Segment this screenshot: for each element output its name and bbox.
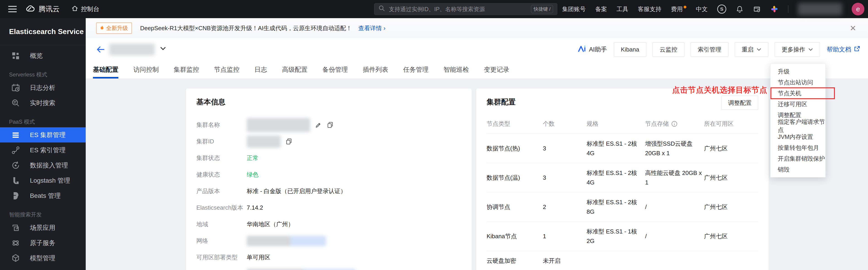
- info-row-cluster-id: 集群ID: [196, 133, 461, 150]
- adjust-config-button[interactable]: 调整配置: [721, 96, 758, 110]
- tab-node-monitor[interactable]: 节点监控: [214, 61, 240, 79]
- sidebar-item-beats-manage[interactable]: Beats 管理: [0, 188, 86, 203]
- sidebar-item-label: Logstash 管理: [30, 176, 70, 185]
- scene-app-icon: [11, 223, 21, 233]
- tab-backup-manage[interactable]: 备份管理: [322, 61, 348, 79]
- info-value: [247, 136, 292, 148]
- sidebar-item-log-analysis[interactable]: 日志分析: [0, 80, 86, 95]
- tab-change-log[interactable]: 变更记录: [484, 61, 509, 79]
- hamburger-menu-icon[interactable]: [8, 6, 17, 12]
- ai-icon: [578, 45, 586, 54]
- upgrade-badge: 全新升级: [96, 23, 132, 34]
- chevron-down-icon[interactable]: [160, 47, 166, 51]
- cluster-config-title: 集群配置: [487, 97, 516, 107]
- cell-node-storage: 高性能云硬盘 20GB x 1: [645, 168, 702, 187]
- tab-advanced-config[interactable]: 高级配置: [282, 61, 308, 79]
- cluster-list-icon: [11, 130, 21, 140]
- sidebar-item-logstash-manage[interactable]: Logstash 管理: [0, 173, 86, 188]
- header-actions: AI助手 Kibana云监控索引管理重启更多操作 帮助文档: [578, 42, 860, 57]
- menu-item-node-shutdown[interactable]: 节点关机: [771, 88, 825, 99]
- tab-smart-inspection[interactable]: 智能巡检: [443, 61, 469, 79]
- console-link[interactable]: 控制台: [71, 5, 99, 13]
- bell-icon[interactable]: [736, 5, 744, 13]
- cell-availability-zone: 广州七区: [704, 144, 758, 153]
- cell-count: 1: [543, 232, 585, 241]
- sidebar-item-data-ingest-manage[interactable]: 数据接入管理: [0, 158, 86, 173]
- menu-item-enable-destroy-protection[interactable]: 开启集群销毁保护: [771, 153, 825, 164]
- header-button-cloud-monitor[interactable]: 云监控: [653, 42, 684, 57]
- cell-node-type: 数据节点(热): [487, 144, 541, 153]
- cell-count: 未开启: [543, 256, 585, 266]
- menu-item-upgrade[interactable]: 升级: [771, 66, 825, 77]
- back-arrow-icon[interactable]: [96, 45, 105, 55]
- log-analysis-icon: [11, 83, 21, 93]
- cell-availability-zone: 广州七区: [704, 232, 758, 241]
- tab-task-manage[interactable]: 任务管理: [403, 61, 429, 79]
- tab-cluster-monitor[interactable]: 集群监控: [174, 61, 199, 79]
- page-header: AI助手 Kibana云监控索引管理重启更多操作 帮助文档: [86, 38, 868, 61]
- close-icon[interactable]: ✕: [850, 24, 857, 33]
- header-button-kibana[interactable]: Kibana: [614, 42, 646, 57]
- global-search-input[interactable]: 支持通过实例ID、IP、名称等搜索资源 快捷键 /: [374, 3, 557, 15]
- tab-access-control[interactable]: 访问控制: [133, 61, 159, 79]
- topbar-link-customer-support[interactable]: 客服支持: [638, 5, 661, 13]
- support-circle-icon[interactable]: S: [717, 4, 726, 13]
- sidebar-item-label: 数据接入管理: [30, 161, 68, 170]
- tencent-cloud-logo[interactable]: 腾讯云: [25, 3, 60, 15]
- sidebar: Elasticsearch Service 概览Serverless 模式日志分…: [0, 18, 86, 270]
- chevron-down-icon: [757, 48, 761, 51]
- menu-item-node-outbound-access[interactable]: 节点出站访问: [771, 77, 825, 88]
- beats-icon: [11, 191, 21, 201]
- header-button-index-manage[interactable]: 索引管理: [691, 42, 728, 57]
- cell-count: 2: [543, 202, 585, 212]
- table-row-coordinator-node: 协调节点2标准型 ES.S1 - 2核 8G/广州七区: [487, 192, 758, 222]
- topbar-link-language[interactable]: 中文: [696, 5, 708, 13]
- topbar-link-icp-filing[interactable]: 备案: [595, 5, 607, 13]
- sidebar-item-es-index-manage[interactable]: ES 索引管理: [0, 143, 86, 158]
- info-label: 健康状态: [196, 171, 247, 179]
- avatar[interactable]: e: [852, 3, 864, 16]
- header-button-more-actions[interactable]: 更多操作: [775, 42, 820, 57]
- sidebar-item-es-cluster-manage[interactable]: ES 集群管理: [0, 127, 86, 143]
- cluster-config-head: 集群配置 调整配置: [487, 97, 758, 110]
- help-doc-label: 帮助文档: [827, 46, 851, 54]
- overview-grid-icon: [11, 51, 21, 61]
- banner-detail-link[interactable]: 查看详情 ›: [358, 24, 385, 32]
- console-panel-icon[interactable]: [753, 5, 761, 13]
- cell-node-storage: 增强型SSD云硬盘 20GB x 1: [645, 139, 702, 158]
- topbar-link-group-account[interactable]: 集团账号: [562, 5, 586, 13]
- info-value: [247, 236, 326, 246]
- tab-logs[interactable]: 日志: [254, 61, 267, 79]
- help-doc-link[interactable]: 帮助文档: [827, 46, 860, 54]
- topbar-link-tools[interactable]: 工具: [617, 5, 628, 13]
- cell-node-type: 云硬盘加密: [487, 256, 541, 266]
- pinwheel-icon[interactable]: [770, 5, 778, 13]
- info-circle-icon[interactable]: [671, 120, 678, 127]
- index-manage-icon: [11, 145, 21, 155]
- basic-info-rows: 集群名称集群ID集群状态正常健康状态绿色产品版本标准 - 白金版（已开启用户登录…: [196, 117, 461, 270]
- menu-item-destroy[interactable]: 销毁: [771, 164, 825, 175]
- tab-basic-config[interactable]: 基础配置: [93, 61, 118, 79]
- ai-assistant-button[interactable]: AI助手: [578, 45, 607, 54]
- cell-availability-zone: 广州七区: [704, 202, 758, 212]
- topbar-link-billing[interactable]: 费用: [671, 5, 686, 13]
- sidebar-section-label: 智能搜索开发: [0, 203, 86, 220]
- menu-item-payg-to-monthly[interactable]: 按量转包年包月: [771, 142, 825, 153]
- sidebar-item-scene-app[interactable]: 场景应用: [0, 220, 86, 235]
- table-row-kibana-node: Kibana节点1标准型 ES.S1 - 1核 2G/广州七区: [487, 222, 758, 251]
- sidebar-item-overview[interactable]: 概览: [0, 48, 86, 63]
- sidebar-item-atomic-service[interactable]: 原子服务: [0, 235, 86, 250]
- edit-icon[interactable]: [315, 121, 322, 129]
- cell-count: 3: [543, 144, 585, 153]
- notification-dot: [684, 6, 686, 8]
- menu-item-specify-client-request-node[interactable]: 指定客户端请求节点: [771, 120, 825, 131]
- header-button-restart[interactable]: 重启: [735, 42, 768, 57]
- menu-item-jvm-memory-settings[interactable]: JVM内存设置: [771, 131, 825, 142]
- masked-value: [247, 118, 310, 132]
- sidebar-item-model-manage[interactable]: 模型管理: [0, 250, 86, 266]
- menu-item-migrate-az[interactable]: 迁移可用区: [771, 99, 825, 110]
- sidebar-item-realtime-search[interactable]: 实时搜索: [0, 95, 86, 111]
- tab-plugin-list[interactable]: 插件列表: [363, 61, 388, 79]
- copy-icon[interactable]: [327, 121, 334, 129]
- copy-icon[interactable]: [285, 138, 292, 145]
